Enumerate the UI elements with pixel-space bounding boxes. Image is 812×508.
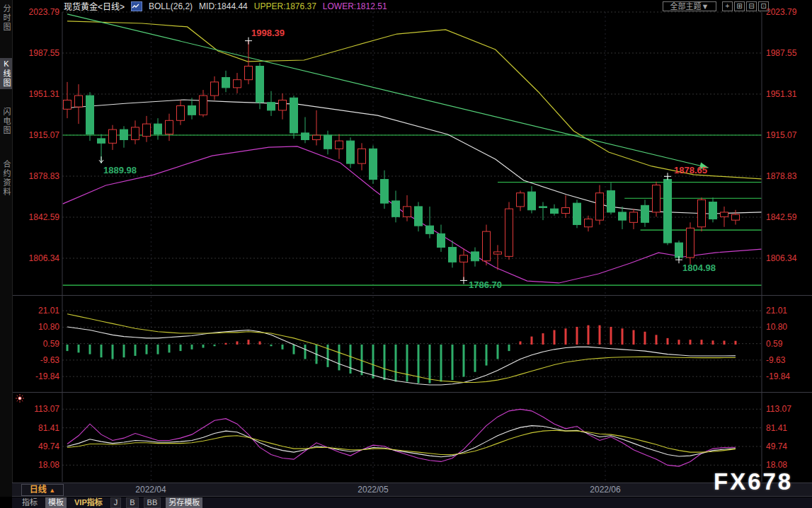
x-axis-label-june: 2022/06 — [590, 485, 620, 495]
chart-line-icon — [131, 1, 142, 11]
svg-text:-9.63: -9.63 — [766, 355, 786, 365]
tab-j[interactable]: J — [110, 497, 122, 508]
svg-text:1804.98: 1804.98 — [682, 262, 716, 273]
indicator-settings-icon[interactable] — [16, 394, 24, 403]
svg-text:2023.79: 2023.79 — [766, 7, 797, 17]
x-axis-label-april: 2022/04 — [135, 485, 166, 495]
sidebar-item-contract-info[interactable]: 合约资料 — [0, 158, 12, 198]
svg-text:1987.55: 1987.55 — [29, 48, 60, 58]
kdj-title: KDJ(9,3,3) — [65, 396, 105, 405]
fx678-watermark: FX678 — [714, 468, 793, 495]
svg-text:2023.79: 2023.79 — [29, 7, 60, 17]
svg-text:-19.84: -19.84 — [35, 371, 59, 381]
boll-upper-value: UPPER:1876.37 — [254, 1, 316, 11]
svg-text:81.41: 81.41 — [38, 423, 59, 433]
symbol-title: 现货黄金<日线> — [64, 0, 125, 12]
svg-text:1806.34: 1806.34 — [29, 253, 60, 263]
macd-macd-value: MACD:2.30 — [225, 299, 269, 308]
boll-mid-value: MID:1844.44 — [199, 1, 248, 11]
pane-left-axis-icon[interactable]: ⊞ — [734, 1, 745, 11]
kdj-d-value: D:45.39 — [149, 396, 179, 405]
theme-dropdown-button[interactable]: 全部主题▼ — [663, 1, 716, 11]
svg-text:21.01: 21.01 — [766, 306, 787, 316]
tab-template[interactable]: 模板 — [45, 497, 67, 508]
macd-dea-value: DEA:-8.13 — [179, 299, 218, 308]
tab-save-template[interactable]: 另存模板 — [166, 497, 202, 508]
svg-text:1915.07: 1915.07 — [29, 130, 60, 140]
chart-header: 现货黄金<日线> BOLL(26,2) MID:1844.44 UPPER:18… — [64, 1, 387, 11]
sidebar-item-kline[interactable]: K线图 — [0, 58, 12, 89]
svg-text:1806.34: 1806.34 — [766, 253, 797, 263]
svg-text:113.07: 113.07 — [34, 404, 59, 414]
pane-right-axis-icon[interactable]: ⊟ — [746, 1, 757, 11]
triangle-up-icon: ▲ — [49, 487, 55, 494]
time-axis-strip — [12, 483, 812, 497]
kdj-k-value: K:46.34 — [113, 396, 142, 405]
tab-indicators[interactable]: 指标 — [19, 497, 40, 508]
boll-indicator-label: BOLL(26,2) — [149, 1, 193, 11]
svg-text:-19.84: -19.84 — [766, 371, 790, 381]
sidebar-item-timeshare[interactable]: 分时图 — [0, 3, 12, 33]
boll-lower-value: LOWER:1812.51 — [323, 1, 387, 11]
macd-title: MACD(26,12,9) — [65, 299, 124, 308]
tab-b[interactable]: B — [126, 497, 138, 508]
svg-text:21.01: 21.01 — [38, 306, 59, 316]
svg-text:10.80: 10.80 — [38, 322, 59, 332]
svg-text:1951.31: 1951.31 — [766, 89, 797, 99]
svg-text:81.41: 81.41 — [766, 423, 787, 433]
x-axis-label-may: 2022/05 — [358, 485, 388, 495]
svg-text:10.80: 10.80 — [766, 322, 787, 332]
svg-text:49.74: 49.74 — [38, 441, 59, 451]
chart-canvas[interactable]: 2023.792023.791987.551987.551951.311951.… — [0, 0, 812, 508]
crosshair-icon[interactable]: + — [722, 1, 733, 11]
svg-text:1842.59: 1842.59 — [29, 212, 60, 222]
svg-text:1987.55: 1987.55 — [766, 48, 797, 58]
svg-text:1842.59: 1842.59 — [766, 212, 797, 222]
bottom-toolbar: 指标 模板 VIP指标 J B BB 另存模板 — [12, 497, 812, 508]
kdj-j-value: J:48.25 — [186, 396, 214, 405]
sidebar-item-lightning[interactable]: 闪电图 — [0, 106, 12, 137]
svg-text:1878.83: 1878.83 — [766, 171, 797, 181]
svg-text:1878.83: 1878.83 — [29, 171, 60, 181]
svg-text:0.59: 0.59 — [766, 339, 783, 349]
sidebar: 分时图 K线图 闪电图 合约资料 — [0, 0, 13, 497]
svg-text:1951.31: 1951.31 — [29, 89, 60, 99]
svg-text:18.08: 18.08 — [38, 460, 59, 470]
macd-pane-header: MACD(26,12,9) DIFF:-6.98 DEA:-8.13 MACD:… — [65, 299, 269, 308]
period-selector-button[interactable]: 日线 ▲ — [21, 484, 64, 496]
tab-bb[interactable]: BB — [144, 497, 161, 508]
svg-text:-9.63: -9.63 — [40, 355, 60, 365]
tab-vip-indicators[interactable]: VIP指标 — [72, 497, 105, 508]
svg-text:49.74: 49.74 — [766, 441, 787, 451]
svg-text:113.07: 113.07 — [766, 404, 791, 414]
pane-expand-icon[interactable]: ⊡ — [758, 1, 769, 11]
svg-text:1998.39: 1998.39 — [251, 28, 285, 38]
svg-text:1889.98: 1889.98 — [103, 165, 137, 175]
macd-diff-value: DIFF:-6.98 — [131, 299, 171, 308]
kdj-pane-header: KDJ(9,3,3) K:46.34 D:45.39 J:48.25 — [65, 396, 214, 405]
svg-text:1915.07: 1915.07 — [766, 130, 797, 140]
period-label: 日线 — [30, 485, 47, 495]
svg-text:0.59: 0.59 — [43, 339, 60, 349]
trading-app-window: 2023.792023.791987.551987.551951.311951.… — [0, 0, 812, 508]
svg-text:1878.65: 1878.65 — [674, 165, 707, 175]
svg-text:1786.70: 1786.70 — [469, 279, 502, 290]
